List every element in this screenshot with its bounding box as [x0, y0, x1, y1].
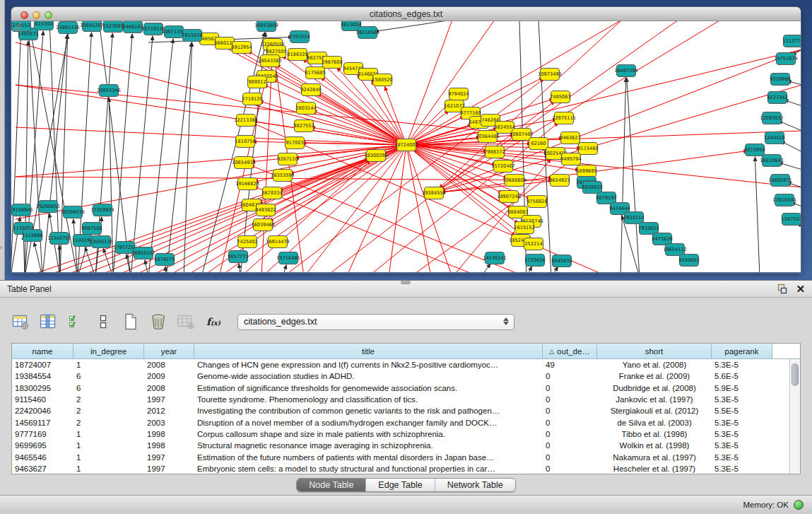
graph-node[interactable]: 16039469: [251, 219, 275, 231]
graph-node[interactable]: 14136141: [483, 252, 507, 264]
graph-node[interactable]: 1244418: [764, 132, 784, 144]
graph-node[interactable]: 9245032: [551, 255, 572, 267]
citation-edge-black[interactable]: [620, 78, 626, 272]
graph-node[interactable]: 7485063: [550, 91, 570, 103]
graph-node[interactable]: 8678334: [261, 187, 282, 199]
citation-edge-black[interactable]: [11, 33, 21, 272]
graph-node[interactable]: 8186328: [287, 49, 307, 61]
graph-node[interactable]: 18724007: [394, 139, 418, 151]
graph-node[interactable]: 9227342: [767, 92, 787, 104]
network-window-titlebar[interactable]: citations_edges.txt: [11, 7, 801, 21]
graph-node[interactable]: 10973493: [538, 69, 562, 81]
graph-node[interactable]: 9097588: [81, 223, 102, 235]
graph-node[interactable]: 9115460: [577, 143, 598, 155]
graph-node[interactable]: 15751074: [774, 53, 798, 65]
graph-node[interactable]: 9794024: [448, 88, 469, 100]
citation-edge-black[interactable]: [165, 267, 166, 272]
citation-edge-red[interactable]: [16, 85, 514, 134]
graph-node[interactable]: 9495794: [560, 153, 581, 165]
delete-icon[interactable]: [148, 311, 169, 332]
graph-node[interactable]: 9654923: [549, 175, 570, 187]
table-row[interactable]: 911546021997Tourette syndrome. Phenomeno…: [12, 394, 789, 405]
column-header-pagerank[interactable]: pagerank: [712, 344, 772, 358]
graph-node[interactable]: 1167533: [781, 214, 801, 226]
graph-node[interactable]: 10654935: [232, 157, 256, 169]
graph-node[interactable]: 16487294: [614, 65, 638, 77]
graph-node[interactable]: 18300295: [364, 150, 388, 162]
graph-node[interactable]: 16914479: [266, 236, 290, 248]
graph-node[interactable]: 9827552: [293, 120, 314, 132]
graph-node[interactable]: 62160: [529, 138, 548, 150]
table-row[interactable]: 1872400712008Changes of HCN gene express…: [12, 359, 789, 370]
table-row[interactable]: 969969511998Structural magnetic resonanc…: [12, 440, 789, 451]
citation-edge-black[interactable]: [283, 265, 286, 272]
citation-edge-red[interactable]: [440, 21, 721, 189]
table-row[interactable]: 946554611997Estimation of the future num…: [12, 451, 789, 462]
graph-node[interactable]: 9329966: [770, 74, 790, 86]
graph-node[interactable]: 1527607: [102, 21, 123, 33]
table-row[interactable]: 1938455462009Genome-wide association stu…: [12, 370, 789, 382]
graph-node[interactable]: 16958107: [131, 247, 155, 259]
citation-edge-black[interactable]: [113, 34, 132, 272]
graph-node[interactable]: 7815526: [182, 30, 202, 42]
graph-node[interactable]: 9267110: [277, 153, 298, 165]
citation-edge-black[interactable]: [239, 264, 240, 272]
table-row[interactable]: 977716911998Corpus callosum shape and si…: [12, 428, 789, 440]
network-canvas[interactable]: 1872400718300295193845547465822866012889…: [11, 21, 801, 272]
close-panel-icon[interactable]: ✕: [796, 284, 805, 294]
graph-node[interactable]: 12093832: [760, 112, 784, 124]
graph-node[interactable]: 20364486: [476, 131, 500, 143]
graph-node[interactable]: 17016504: [772, 194, 796, 206]
graph-node[interactable]: 1615152: [514, 222, 534, 234]
graph-node[interactable]: 2803144: [295, 103, 316, 115]
table-row[interactable]: 946362711997Embryonic stem cells: a mode…: [12, 463, 789, 474]
graph-node[interactable]: 815304: [35, 21, 54, 30]
graph-node[interactable]: 7986372: [484, 146, 505, 158]
graph-node[interactable]: 1588520: [372, 74, 392, 86]
graph-node[interactable]: 15716485: [276, 252, 300, 264]
citation-edge-black[interactable]: [551, 267, 558, 272]
unselect-icon[interactable]: [93, 311, 114, 332]
graph-node[interactable]: 19156945: [11, 204, 33, 216]
citation-edge-black[interactable]: [755, 157, 760, 272]
network-graph[interactable]: 1872400718300295193845547465822866012889…: [11, 21, 801, 272]
graph-node[interactable]: 19166825: [235, 178, 259, 190]
graph-node[interactable]: 917003: [286, 137, 305, 149]
table-select[interactable]: citations_edges.txt: [237, 314, 514, 330]
citation-edge-red[interactable]: [304, 145, 406, 272]
citation-edge-black[interactable]: [375, 21, 452, 32]
graph-node[interactable]: 9215958: [744, 144, 765, 156]
graph-node[interactable]: 17359924: [90, 204, 114, 216]
graph-node[interactable]: 2718120: [242, 93, 262, 105]
graph-node[interactable]: 9857771: [228, 251, 248, 263]
panel-collapse-arrow-icon[interactable]: ›: [0, 245, 2, 251]
column-header-name[interactable]: name: [12, 344, 73, 358]
graph-node[interactable]: 9493822: [255, 204, 276, 216]
select-all-icon[interactable]: [65, 311, 86, 332]
citation-edge-black[interactable]: [778, 121, 801, 131]
new-document-icon[interactable]: [120, 311, 141, 332]
graph-node[interactable]: 18907243: [497, 191, 521, 203]
citation-edge-black[interactable]: [627, 78, 640, 272]
column-header-title[interactable]: title: [194, 344, 543, 358]
graph-node[interactable]: 12342757: [47, 233, 71, 245]
column-header-outde[interactable]: △out_de…: [543, 344, 597, 358]
graph-node[interactable]: 12213363: [234, 115, 258, 127]
graph-node[interactable]: 8912954: [231, 42, 252, 54]
table-row[interactable]: 1456911722003Disruption of a novel membe…: [12, 416, 789, 428]
graph-node[interactable]: 16353594: [271, 170, 295, 182]
table-settings-icon[interactable]: [10, 311, 31, 332]
citation-edge-black[interactable]: [99, 21, 131, 272]
tab-node-table[interactable]: Node Table: [297, 479, 365, 491]
graph-node[interactable]: 8466161: [122, 21, 143, 33]
graph-node[interactable]: 1112774: [782, 35, 801, 47]
resize-grip[interactable]: [11, 21, 23, 33]
column-header-year[interactable]: year: [144, 344, 194, 358]
graph-node[interactable]: 19218586: [355, 27, 379, 39]
column-header-short[interactable]: short: [597, 344, 712, 358]
table-scrollbar[interactable]: [789, 359, 800, 474]
function-builder-icon[interactable]: f(x): [203, 311, 224, 332]
graph-node[interactable]: 10688609: [502, 175, 526, 187]
graph-node[interactable]: 16543382: [258, 55, 282, 67]
graph-node[interactable]: 16210643: [760, 155, 784, 167]
